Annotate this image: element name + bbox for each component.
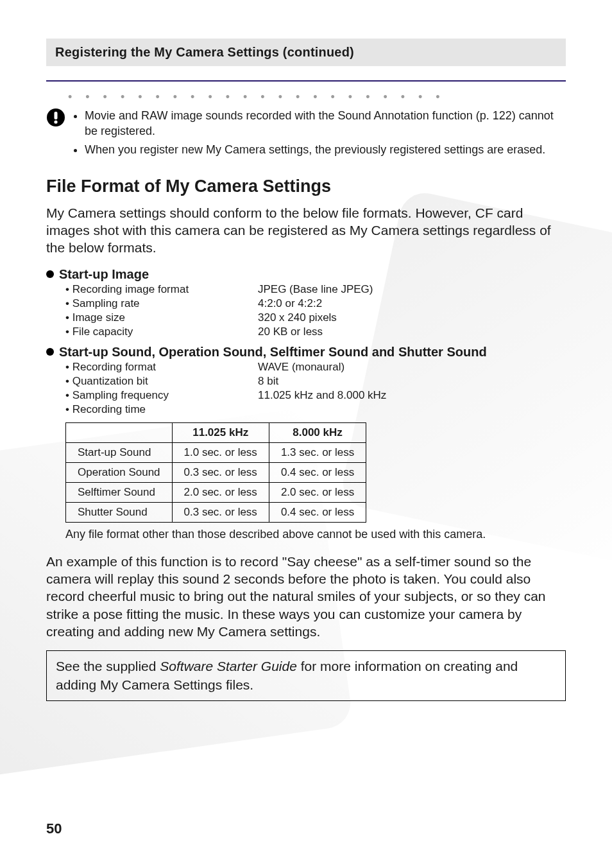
table-row: Operation Sound 0.3 sec. or less 0.4 sec… <box>66 462 366 482</box>
table-cell: 1.3 sec. or less <box>269 442 366 462</box>
spec-label: Recording format <box>65 361 258 374</box>
spec-value: WAVE (monaural) <box>258 361 566 374</box>
heading-file-format: File Format of My Camera Settings <box>46 177 566 196</box>
spec-label: Image size <box>65 311 258 324</box>
spec-value: 320 x 240 pixels <box>258 311 566 324</box>
caution-note: Movie and RAW image sounds recorded with… <box>46 108 566 160</box>
table-cell: 1.0 sec. or less <box>172 442 269 462</box>
header-rule <box>46 80 566 82</box>
table-cell: 0.3 sec. or less <box>172 502 269 522</box>
svg-rect-1 <box>55 112 58 119</box>
bullet-icon <box>46 348 54 356</box>
table-cell: 0.3 sec. or less <box>172 462 269 482</box>
intro-paragraph: My Camera settings should conform to the… <box>46 204 566 257</box>
subheading-label: Start-up Sound, Operation Sound, Selftim… <box>59 345 487 360</box>
spec-label: Recording image format <box>65 283 258 296</box>
spec-label: Recording time <box>65 403 258 416</box>
spec-value <box>258 403 566 416</box>
recording-time-table: 11.025 kHz 8.000 kHz Start-up Sound 1.0 … <box>65 422 366 523</box>
spec-value: 20 KB or less <box>258 326 566 338</box>
table-row: Shutter Sound 0.3 sec. or less 0.4 sec. … <box>66 502 366 522</box>
table-cell: 0.4 sec. or less <box>269 462 366 482</box>
table-row: Start-up Sound 1.0 sec. or less 1.3 sec.… <box>66 442 366 462</box>
spec-label: File capacity <box>65 326 258 338</box>
spec-value: 4:2:0 or 4:2:2 <box>258 297 566 310</box>
example-paragraph: An example of this function is to record… <box>46 553 566 640</box>
boxed-text-pre: See the supplied <box>56 659 160 673</box>
startup-image-specs: Recording image format JPEG (Base line J… <box>65 283 566 338</box>
subheading-startup-image: Start-up Image <box>46 267 566 282</box>
section-header-block: Registering the My Camera Settings (cont… <box>46 39 566 82</box>
table-header-cell: 8.000 kHz <box>269 422 366 442</box>
sound-specs: Recording format WAVE (monaural) Quantiz… <box>65 361 566 416</box>
spec-value: JPEG (Base line JPEG) <box>258 283 566 296</box>
table-header-cell: 11.025 kHz <box>172 422 269 442</box>
table-row: Selftimer Sound 2.0 sec. or less 2.0 sec… <box>66 482 366 502</box>
caution-list: Movie and RAW image sounds recorded with… <box>72 108 566 160</box>
table-cell: Operation Sound <box>66 462 173 482</box>
table-cell: Selftimer Sound <box>66 482 173 502</box>
dotted-separator: • • • • • • • • • • • • • • • • • • • • … <box>68 91 566 104</box>
table-header-row: 11.025 kHz 8.000 kHz <box>66 422 366 442</box>
boxed-text-italic: Software Starter Guide <box>160 659 297 673</box>
spec-label: Quantization bit <box>65 375 258 388</box>
spec-label: Sampling rate <box>65 297 258 310</box>
caution-item: When you register new My Camera settings… <box>85 142 566 157</box>
table-cell: 0.4 sec. or less <box>269 502 366 522</box>
caution-item: Movie and RAW image sounds recorded with… <box>85 108 566 139</box>
table-cell: Start-up Sound <box>66 442 173 462</box>
table-cell: Shutter Sound <box>66 502 173 522</box>
subheading-label: Start-up Image <box>59 267 149 282</box>
table-header-cell <box>66 422 173 442</box>
table-footnote: Any file format other than those describ… <box>65 528 566 541</box>
subheading-sounds: Start-up Sound, Operation Sound, Selftim… <box>46 345 566 360</box>
see-also-box: See the supplied Software Starter Guide … <box>46 650 566 701</box>
page-number: 50 <box>46 820 62 837</box>
svg-point-2 <box>54 120 57 123</box>
spec-value: 11.025 kHz and 8.000 kHz <box>258 389 566 402</box>
bullet-icon <box>46 270 54 278</box>
exclamation-icon <box>46 108 65 160</box>
spec-value: 8 bit <box>258 375 566 388</box>
spec-label: Sampling frequency <box>65 389 258 402</box>
table-cell: 2.0 sec. or less <box>172 482 269 502</box>
section-header: Registering the My Camera Settings (cont… <box>46 39 566 66</box>
table-cell: 2.0 sec. or less <box>269 482 366 502</box>
